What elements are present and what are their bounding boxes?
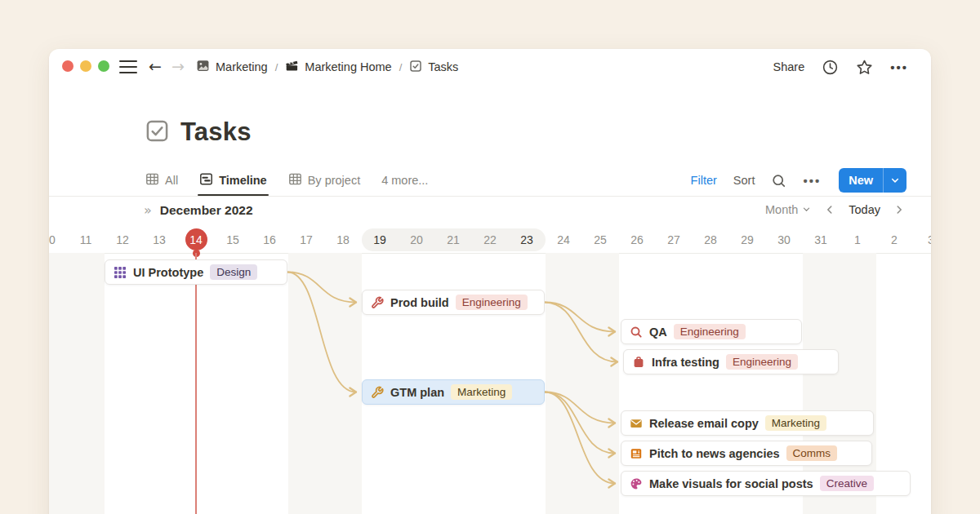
date-cell[interactable]: 19 bbox=[362, 227, 399, 253]
breadcrumb-label: Marketing Home bbox=[305, 60, 391, 73]
task-card[interactable]: Release email copyMarketing bbox=[621, 410, 874, 436]
date-cell[interactable]: 26 bbox=[619, 227, 656, 253]
task-title: QA bbox=[649, 326, 667, 339]
weekend-band bbox=[49, 253, 105, 514]
envelope-icon bbox=[630, 417, 643, 430]
page-header: Tasks bbox=[145, 117, 252, 147]
next-period-icon[interactable] bbox=[892, 202, 906, 217]
date-cell[interactable]: 11 bbox=[68, 227, 105, 253]
date-cell[interactable]: 17 bbox=[288, 227, 325, 253]
date-cell[interactable]: 23 bbox=[509, 227, 546, 253]
today-button[interactable]: Today bbox=[849, 203, 880, 216]
date-cell[interactable]: 29 bbox=[729, 227, 766, 253]
date-cell[interactable]: 3 bbox=[913, 227, 932, 253]
breadcrumb-item-marketing-home[interactable]: Marketing Home bbox=[285, 59, 391, 75]
date-cell[interactable]: 21 bbox=[435, 227, 472, 253]
date-cell[interactable]: 20 bbox=[399, 227, 435, 253]
date-cell[interactable]: 2 bbox=[876, 227, 913, 253]
date-cell[interactable]: 30 bbox=[766, 227, 803, 253]
date-cell[interactable]: 31 bbox=[803, 227, 840, 253]
share-button[interactable]: Share bbox=[773, 60, 805, 73]
date-cell[interactable]: 1 bbox=[840, 227, 876, 253]
breadcrumb-label: Tasks bbox=[428, 60, 458, 73]
prev-period-icon[interactable] bbox=[822, 202, 837, 217]
close-window-button[interactable] bbox=[62, 60, 74, 72]
more-options-icon[interactable]: ••• bbox=[890, 60, 908, 74]
task-card[interactable]: Pitch to news agenciesComms bbox=[621, 441, 872, 466]
date-cell[interactable]: 25 bbox=[582, 227, 619, 253]
timeline-date-row: 1011121314151617181920212223242526272829… bbox=[49, 227, 931, 253]
date-cell[interactable]: 27 bbox=[656, 227, 693, 253]
divider bbox=[49, 196, 931, 197]
task-title: Make visuals for social posts bbox=[649, 477, 813, 490]
date-cell[interactable]: 15 bbox=[215, 227, 252, 253]
sort-button[interactable]: Sort bbox=[733, 174, 755, 187]
chevron-down-icon[interactable] bbox=[884, 168, 906, 193]
tab-label: By project bbox=[308, 174, 360, 187]
task-tag: Creative bbox=[820, 476, 874, 491]
star-icon[interactable] bbox=[856, 59, 873, 76]
task-title: Infra testing bbox=[652, 356, 719, 369]
timeline-icon bbox=[199, 172, 213, 188]
clock-icon[interactable] bbox=[822, 59, 839, 76]
filter-button[interactable]: Filter bbox=[691, 174, 717, 187]
sidebar-toggle-icon[interactable] bbox=[119, 60, 137, 73]
magnifier-icon bbox=[630, 326, 643, 339]
breadcrumb-separator: / bbox=[274, 61, 279, 73]
table-icon bbox=[145, 172, 159, 188]
newspaper-icon bbox=[630, 447, 643, 460]
date-cell[interactable]: 24 bbox=[546, 227, 582, 253]
tab-timeline[interactable]: Timeline bbox=[199, 165, 267, 196]
task-title: Prod build bbox=[390, 296, 449, 309]
minimize-window-button[interactable] bbox=[80, 60, 91, 72]
more-views-button[interactable]: 4 more... bbox=[381, 174, 428, 187]
date-cell[interactable]: 16 bbox=[252, 227, 288, 253]
timeline-body: + New UI PrototypeDesignProd buildEngine… bbox=[49, 253, 931, 514]
date-cell[interactable]: 28 bbox=[693, 227, 729, 253]
task-card[interactable]: Infra testingEngineering bbox=[623, 349, 839, 374]
app-window: ← → Marketing / Marketing Home / Tasks S… bbox=[49, 49, 931, 514]
today-line bbox=[195, 253, 197, 514]
task-title: GTM plan bbox=[390, 386, 444, 399]
date-cell[interactable]: 10 bbox=[49, 227, 68, 253]
box-icon bbox=[632, 356, 645, 369]
breadcrumb-separator: / bbox=[399, 61, 403, 73]
task-card[interactable]: UI PrototypeDesign bbox=[105, 259, 287, 285]
tab-all[interactable]: All bbox=[145, 165, 178, 196]
forward-button[interactable]: → bbox=[172, 55, 185, 77]
task-card[interactable]: QAEngineering bbox=[621, 319, 802, 344]
image-icon bbox=[196, 59, 210, 75]
breadcrumb-item-marketing[interactable]: Marketing bbox=[196, 59, 268, 75]
view-toolbar: Filter Sort ••• New bbox=[691, 168, 906, 193]
timeline-scale-select[interactable]: Month bbox=[765, 203, 811, 216]
date-cell[interactable]: 12 bbox=[105, 227, 141, 253]
view-tabs: All Timeline By project bbox=[145, 165, 360, 196]
task-card[interactable]: Make visuals for social postsCreative bbox=[621, 471, 911, 496]
task-card[interactable]: GTM planMarketing bbox=[362, 379, 545, 405]
palette-icon bbox=[630, 477, 643, 490]
breadcrumb-item-tasks[interactable]: Tasks bbox=[409, 60, 458, 75]
task-tag: Marketing bbox=[451, 384, 512, 400]
new-button[interactable]: New bbox=[839, 168, 906, 193]
page-checkbox-icon bbox=[145, 119, 169, 146]
weekend-band bbox=[288, 253, 362, 514]
expand-sidebar-icon[interactable]: » bbox=[144, 202, 152, 218]
view-options-icon[interactable]: ••• bbox=[803, 174, 821, 188]
chevron-down-icon bbox=[802, 203, 811, 216]
task-card[interactable]: Prod buildEngineering bbox=[362, 290, 545, 315]
scale-label: Month bbox=[765, 203, 798, 216]
page-title: Tasks bbox=[180, 117, 252, 147]
topbar-actions: Share ••• bbox=[773, 49, 908, 85]
date-cell[interactable]: 13 bbox=[141, 227, 178, 253]
date-cell[interactable]: 18 bbox=[325, 227, 362, 253]
tab-by-project[interactable]: By project bbox=[288, 165, 360, 196]
back-button[interactable]: ← bbox=[149, 55, 162, 77]
task-tag: Comms bbox=[786, 445, 838, 461]
weekend-band bbox=[546, 253, 619, 514]
top-bar: ← → Marketing / Marketing Home / Tasks S… bbox=[49, 49, 931, 85]
clapperboard-icon bbox=[285, 59, 299, 75]
wrench-icon bbox=[371, 386, 384, 399]
date-cell[interactable]: 22 bbox=[472, 227, 509, 253]
zoom-window-button[interactable] bbox=[98, 60, 109, 72]
search-icon[interactable] bbox=[771, 173, 786, 188]
